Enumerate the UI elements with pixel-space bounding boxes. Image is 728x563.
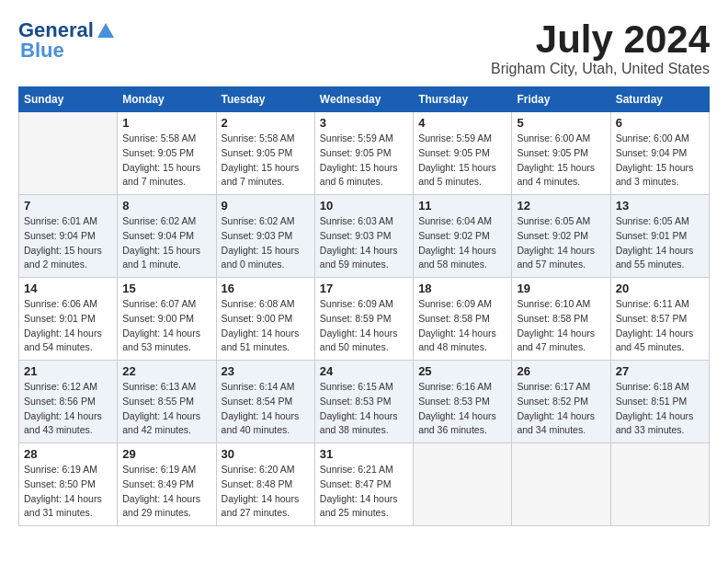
day-number: 2 [222, 116, 310, 130]
col-sunday: Sunday [19, 87, 118, 112]
day-info: Sunrise: 6:02 AMSunset: 9:04 PMDaylight:… [122, 214, 210, 272]
day-info: Sunrise: 6:06 AMSunset: 9:01 PMDaylight:… [24, 297, 112, 355]
page-container: General Blue July 2024 Brigham City, Uta… [18, 18, 710, 526]
day-number: 29 [122, 447, 210, 461]
day-number: 13 [616, 199, 704, 213]
calendar-cell: 8Sunrise: 6:02 AMSunset: 9:04 PMDaylight… [118, 195, 216, 278]
day-number: 8 [122, 199, 210, 213]
calendar-cell: 11Sunrise: 6:04 AMSunset: 9:02 PMDayligh… [414, 195, 512, 278]
calendar-cell: 4Sunrise: 5:59 AMSunset: 9:05 PMDaylight… [414, 112, 512, 195]
calendar-cell: 1Sunrise: 5:58 AMSunset: 9:05 PMDaylight… [118, 112, 216, 195]
day-info: Sunrise: 5:59 AMSunset: 9:05 PMDaylight:… [320, 132, 408, 190]
col-wednesday: Wednesday [314, 87, 413, 112]
calendar-cell: 30Sunrise: 6:20 AMSunset: 8:48 PMDayligh… [216, 443, 314, 526]
calendar-cell [414, 443, 512, 526]
day-info: Sunrise: 6:09 AMSunset: 8:58 PMDaylight:… [418, 297, 506, 355]
day-number: 9 [222, 199, 310, 213]
day-number: 15 [122, 282, 210, 295]
week-row-1: 7Sunrise: 6:01 AMSunset: 9:04 PMDaylight… [19, 195, 710, 278]
day-info: Sunrise: 6:10 AMSunset: 8:58 PMDaylight:… [517, 297, 605, 355]
day-number: 16 [222, 282, 310, 295]
day-number: 17 [320, 282, 408, 295]
day-info: Sunrise: 6:05 AMSunset: 9:02 PMDaylight:… [517, 214, 605, 272]
day-number: 23 [222, 364, 310, 378]
calendar-table: Sunday Monday Tuesday Wednesday Thursday… [18, 86, 710, 526]
day-info: Sunrise: 6:18 AMSunset: 8:51 PMDaylight:… [616, 380, 704, 438]
calendar-cell: 17Sunrise: 6:09 AMSunset: 8:59 PMDayligh… [314, 278, 413, 361]
day-number: 3 [320, 116, 408, 130]
day-number: 27 [616, 364, 704, 378]
day-info: Sunrise: 6:19 AMSunset: 8:50 PMDaylight:… [24, 463, 112, 521]
logo-icon [96, 21, 116, 40]
calendar-cell: 22Sunrise: 6:13 AMSunset: 8:55 PMDayligh… [118, 361, 216, 443]
week-row-2: 14Sunrise: 6:06 AMSunset: 9:01 PMDayligh… [19, 278, 710, 361]
calendar-cell: 27Sunrise: 6:18 AMSunset: 8:51 PMDayligh… [610, 361, 709, 443]
day-number: 12 [517, 199, 605, 213]
day-info: Sunrise: 6:01 AMSunset: 9:04 PMDaylight:… [24, 214, 112, 272]
calendar-cell: 13Sunrise: 6:05 AMSunset: 9:01 PMDayligh… [610, 195, 709, 278]
day-info: Sunrise: 6:16 AMSunset: 8:53 PMDaylight:… [418, 380, 506, 438]
calendar-cell: 3Sunrise: 5:59 AMSunset: 9:05 PMDaylight… [314, 112, 413, 195]
day-number: 6 [616, 116, 704, 130]
logo-blue: Blue [20, 42, 64, 59]
calendar-cell: 25Sunrise: 6:16 AMSunset: 8:53 PMDayligh… [414, 361, 512, 443]
calendar-cell: 12Sunrise: 6:05 AMSunset: 9:02 PMDayligh… [512, 195, 610, 278]
day-info: Sunrise: 6:11 AMSunset: 8:57 PMDaylight:… [616, 297, 704, 355]
calendar-cell: 31Sunrise: 6:21 AMSunset: 8:47 PMDayligh… [314, 443, 413, 526]
day-number: 31 [320, 447, 408, 461]
day-info: Sunrise: 6:12 AMSunset: 8:56 PMDaylight:… [24, 380, 112, 438]
day-info: Sunrise: 5:59 AMSunset: 9:05 PMDaylight:… [418, 132, 506, 190]
day-info: Sunrise: 6:05 AMSunset: 9:01 PMDaylight:… [616, 214, 704, 272]
day-number: 11 [418, 199, 506, 213]
day-number: 26 [517, 364, 605, 378]
week-row-3: 21Sunrise: 6:12 AMSunset: 8:56 PMDayligh… [19, 361, 710, 443]
header: General Blue July 2024 Brigham City, Uta… [18, 18, 710, 77]
day-number: 4 [418, 116, 506, 130]
day-info: Sunrise: 6:14 AMSunset: 8:54 PMDaylight:… [222, 380, 310, 438]
day-info: Sunrise: 6:13 AMSunset: 8:55 PMDaylight:… [122, 380, 210, 438]
day-number: 20 [616, 282, 704, 295]
calendar-cell: 14Sunrise: 6:06 AMSunset: 9:01 PMDayligh… [19, 278, 118, 361]
week-row-4: 28Sunrise: 6:19 AMSunset: 8:50 PMDayligh… [19, 443, 710, 526]
day-number: 10 [320, 199, 408, 213]
svg-marker-0 [97, 23, 114, 38]
logo: General Blue [18, 18, 116, 59]
day-number: 14 [24, 282, 112, 295]
calendar-cell: 10Sunrise: 6:03 AMSunset: 9:03 PMDayligh… [314, 195, 413, 278]
day-number: 5 [517, 116, 605, 130]
day-info: Sunrise: 6:20 AMSunset: 8:48 PMDaylight:… [222, 463, 310, 521]
day-info: Sunrise: 6:02 AMSunset: 9:03 PMDaylight:… [222, 214, 310, 272]
col-saturday: Saturday [610, 87, 709, 112]
location-title: Brigham City, Utah, United States [491, 61, 710, 77]
day-number: 22 [122, 364, 210, 378]
col-monday: Monday [118, 87, 216, 112]
day-number: 28 [24, 447, 112, 461]
day-info: Sunrise: 6:21 AMSunset: 8:47 PMDaylight:… [320, 463, 408, 521]
calendar-cell: 9Sunrise: 6:02 AMSunset: 9:03 PMDaylight… [216, 195, 314, 278]
week-row-0: 1Sunrise: 5:58 AMSunset: 9:05 PMDaylight… [19, 112, 710, 195]
day-number: 7 [24, 199, 112, 213]
day-info: Sunrise: 6:00 AMSunset: 9:04 PMDaylight:… [616, 132, 704, 190]
calendar-cell: 19Sunrise: 6:10 AMSunset: 8:58 PMDayligh… [512, 278, 610, 361]
calendar-cell: 24Sunrise: 6:15 AMSunset: 8:53 PMDayligh… [314, 361, 413, 443]
title-block: July 2024 Brigham City, Utah, United Sta… [491, 18, 710, 77]
calendar-cell: 7Sunrise: 6:01 AMSunset: 9:04 PMDaylight… [19, 195, 118, 278]
calendar-cell: 28Sunrise: 6:19 AMSunset: 8:50 PMDayligh… [19, 443, 118, 526]
day-info: Sunrise: 5:58 AMSunset: 9:05 PMDaylight:… [122, 132, 210, 190]
day-info: Sunrise: 6:00 AMSunset: 9:05 PMDaylight:… [517, 132, 605, 190]
day-info: Sunrise: 6:04 AMSunset: 9:02 PMDaylight:… [418, 214, 506, 272]
day-number: 1 [122, 116, 210, 130]
day-number: 25 [418, 364, 506, 378]
day-number: 18 [418, 282, 506, 295]
day-number: 19 [517, 282, 605, 295]
day-info: Sunrise: 6:03 AMSunset: 9:03 PMDaylight:… [320, 214, 408, 272]
day-number: 21 [24, 364, 112, 378]
calendar-cell: 26Sunrise: 6:17 AMSunset: 8:52 PMDayligh… [512, 361, 610, 443]
calendar-cell: 21Sunrise: 6:12 AMSunset: 8:56 PMDayligh… [19, 361, 118, 443]
calendar-cell: 23Sunrise: 6:14 AMSunset: 8:54 PMDayligh… [216, 361, 314, 443]
month-title: July 2024 [491, 18, 710, 61]
calendar-cell: 6Sunrise: 6:00 AMSunset: 9:04 PMDaylight… [610, 112, 709, 195]
day-number: 30 [222, 447, 310, 461]
day-info: Sunrise: 6:08 AMSunset: 9:00 PMDaylight:… [222, 297, 310, 355]
day-info: Sunrise: 6:09 AMSunset: 8:59 PMDaylight:… [320, 297, 408, 355]
